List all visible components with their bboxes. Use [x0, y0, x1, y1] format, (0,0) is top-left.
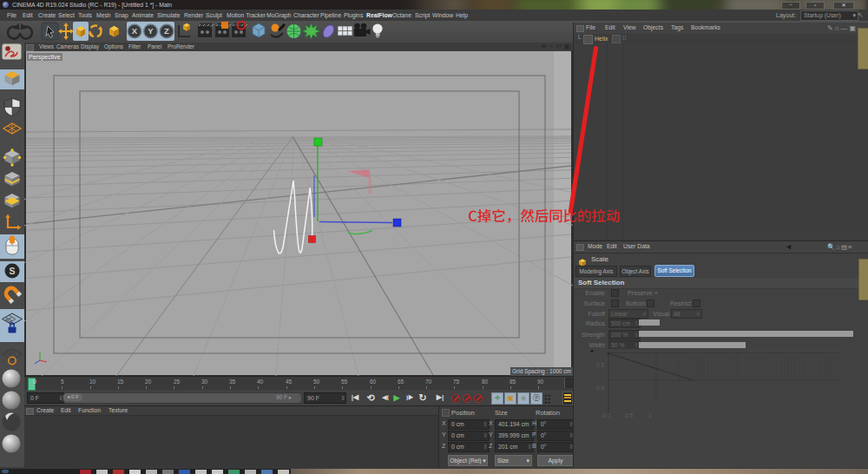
svg-text:Z: Z [164, 26, 169, 36]
svg-text:X: X [132, 26, 138, 36]
svg-text:0.5: 0.5 [625, 412, 633, 418]
svg-text:S: S [9, 266, 15, 276]
svg-text:0.4: 0.4 [596, 385, 604, 391]
svg-text:1: 1 [648, 412, 652, 418]
svg-text:0.5: 0.5 [596, 362, 604, 368]
svg-text:0.0: 0.0 [602, 412, 610, 418]
svg-text:Y: Y [148, 26, 154, 36]
